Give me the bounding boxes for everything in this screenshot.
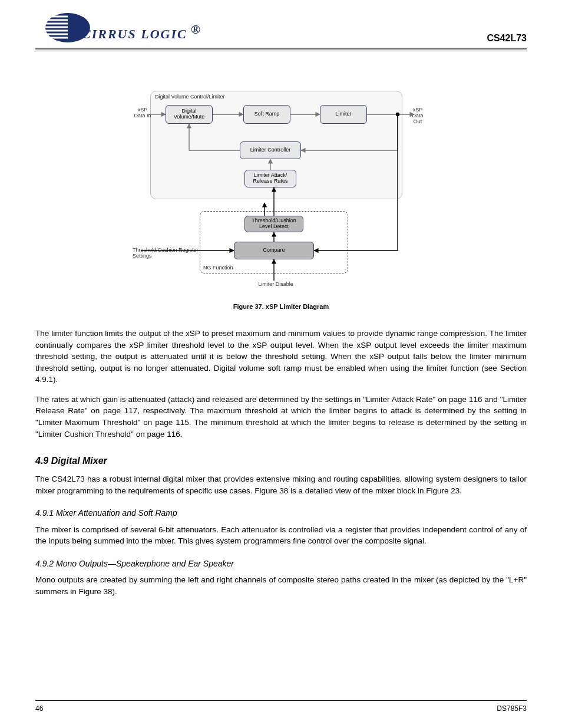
doc-number: DS785F3 bbox=[497, 704, 527, 713]
heading-mono: 4.9.2 Mono Outputs—Speakerphone and Ear … bbox=[35, 558, 527, 569]
para-mixer: The CS42L73 has a robust internal digita… bbox=[35, 473, 527, 496]
heading-mixer: 4.9 Digital Mixer bbox=[35, 454, 527, 467]
part-number: CS42L73 bbox=[487, 33, 527, 44]
heading-attn: 4.9.1 Mixer Attenuation and Soft Ramp bbox=[35, 507, 527, 519]
para-attn: The mixer is comprised of several 6-bit … bbox=[35, 524, 527, 547]
registered-icon: ® bbox=[191, 22, 201, 37]
page-footer: 46 DS785F3 bbox=[35, 700, 527, 713]
limiter-diagram: Digital Volume Control/Limiter Digital V… bbox=[140, 87, 422, 299]
body-text: The limiter function limits the output o… bbox=[35, 328, 527, 597]
brand-logo: CIRRUS LOGIC® bbox=[35, 12, 527, 44]
para-1: The limiter function limits the output o… bbox=[35, 328, 527, 386]
page-number: 46 bbox=[35, 704, 43, 713]
header-rule bbox=[35, 48, 527, 51]
page-header: CIRRUS LOGIC® CS42L73 bbox=[35, 12, 527, 58]
para-mono: Mono outputs are created by summing the … bbox=[35, 574, 527, 597]
svg-point-16 bbox=[396, 113, 399, 116]
figure-caption: Figure 37. xSP Limiter Diagram bbox=[35, 303, 527, 310]
para-2: The rates at which gain is attenuated (a… bbox=[35, 394, 527, 440]
brand-name: CIRRUS LOGIC bbox=[82, 27, 187, 42]
diagram-arrows bbox=[140, 87, 422, 299]
